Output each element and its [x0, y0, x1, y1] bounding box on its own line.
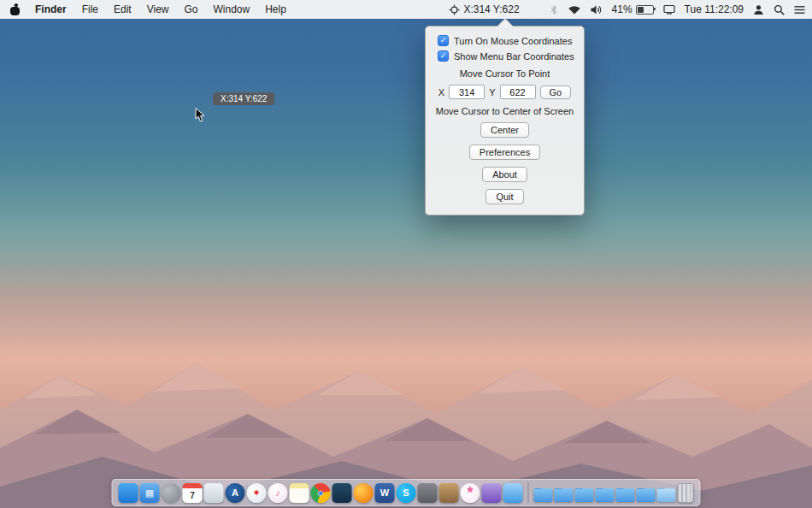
- volume-icon[interactable]: [591, 5, 603, 15]
- menu-edit[interactable]: Edit: [106, 0, 139, 19]
- menu-finder[interactable]: Finder: [27, 0, 74, 19]
- user-icon[interactable]: [753, 4, 764, 15]
- chrome-icon[interactable]: ●: [311, 483, 331, 503]
- show-menu-bar-coordinates-checkbox[interactable]: ✓: [438, 50, 449, 62]
- menubar-coordinates-item[interactable]: X:314 Y:622: [449, 3, 519, 15]
- menubar-coordinates-text: X:314 Y:622: [463, 3, 519, 15]
- crosshair-icon: [449, 4, 460, 15]
- dock-folder-icon[interactable]: [534, 488, 553, 502]
- apple-menu-icon[interactable]: [10, 3, 21, 15]
- menu-go[interactable]: Go: [177, 0, 206, 19]
- dashboard-icon[interactable]: [162, 483, 181, 503]
- battery-percent-text: 41%: [612, 3, 633, 15]
- mouse-coordinates-option: ✓ Turn On Mouse Coordinates: [438, 35, 575, 46]
- cursor-coordinates-tooltip: X:314 Y:622: [213, 92, 274, 105]
- navy-app-icon[interactable]: [332, 483, 352, 503]
- turn-on-mouse-coordinates-checkbox[interactable]: ✓: [438, 35, 449, 46]
- go-button[interactable]: Go: [540, 86, 572, 99]
- mouse-cursor: [195, 108, 206, 122]
- menu-bar: Finder File Edit View Go Window Help X:3…: [0, 0, 812, 19]
- itunes-icon[interactable]: ♪: [268, 483, 288, 503]
- photos-icon[interactable]: *: [461, 483, 480, 503]
- move-cursor-to-center-title: Move Cursor to Center of Screen: [434, 106, 575, 116]
- app-store-icon[interactable]: A: [226, 483, 245, 503]
- y-label: Y: [489, 87, 495, 97]
- dock-folder-icon[interactable]: [596, 488, 615, 502]
- center-button[interactable]: Center: [480, 122, 529, 138]
- show-menu-bar-coordinates-label: Show Menu Bar Coordinates: [454, 51, 574, 62]
- brown-app-icon[interactable]: [439, 483, 459, 503]
- menu-help[interactable]: Help: [257, 0, 294, 19]
- dock: ▦ 7 A ◆ ♪ ● W S *: [112, 479, 701, 506]
- downloads-folder-icon[interactable]: [657, 488, 676, 502]
- safari-icon[interactable]: ◆: [247, 483, 267, 503]
- move-cursor-to-point-title: Move Cursor To Point: [434, 68, 575, 79]
- turn-on-mouse-coordinates-label: Turn On Mouse Coordinates: [454, 36, 572, 46]
- menubar-clock[interactable]: Tue 11:22:09: [685, 3, 744, 15]
- bluetooth-icon[interactable]: [550, 4, 558, 15]
- dock-folder-icon[interactable]: [575, 488, 594, 502]
- dock-separator: [528, 482, 529, 503]
- dock-folder-icon[interactable]: [637, 488, 656, 502]
- dock-folder-icon[interactable]: [616, 488, 635, 502]
- menubar-coordinates-option: ✓ Show Menu Bar Coordinates: [438, 50, 575, 62]
- battery-status[interactable]: 41%: [612, 3, 654, 15]
- desktop: Finder File Edit View Go Window Help X:3…: [0, 0, 812, 508]
- preferences-button[interactable]: Preferences: [469, 145, 540, 160]
- dock-folder-icon[interactable]: [555, 488, 574, 502]
- menu-file[interactable]: File: [74, 0, 106, 19]
- notes-icon[interactable]: [290, 483, 309, 503]
- x-input[interactable]: [449, 85, 485, 99]
- calendar-icon[interactable]: 7: [183, 483, 203, 503]
- wifi-icon[interactable]: [568, 5, 581, 15]
- coordinate-input-row: X Y Go: [434, 85, 575, 99]
- menu-view[interactable]: View: [139, 0, 177, 19]
- purple-box-app-icon[interactable]: [482, 483, 502, 503]
- display-icon[interactable]: [663, 4, 675, 15]
- virtualbox-icon[interactable]: [503, 483, 523, 503]
- x-label: X: [438, 87, 444, 97]
- gray-app-icon[interactable]: [418, 483, 438, 503]
- y-input[interactable]: [500, 85, 536, 99]
- popover-button-stack: Center Preferences About Quit: [434, 122, 575, 204]
- finder-icon[interactable]: [119, 483, 138, 503]
- search-icon[interactable]: [774, 4, 785, 15]
- firefox-icon[interactable]: [354, 483, 374, 503]
- notification-center-icon[interactable]: [794, 5, 805, 15]
- battery-icon: [636, 5, 654, 15]
- about-button[interactable]: About: [482, 167, 527, 182]
- skype-icon[interactable]: S: [397, 483, 416, 503]
- coordinates-popover: ✓ Turn On Mouse Coordinates ✓ Show Menu …: [425, 26, 585, 216]
- word-icon[interactable]: W: [375, 483, 395, 503]
- quit-button[interactable]: Quit: [485, 189, 523, 204]
- mail-icon[interactable]: [204, 483, 224, 503]
- launchpad-icon[interactable]: ▦: [140, 483, 160, 503]
- menu-window[interactable]: Window: [206, 0, 258, 19]
- trash-icon[interactable]: [678, 483, 694, 503]
